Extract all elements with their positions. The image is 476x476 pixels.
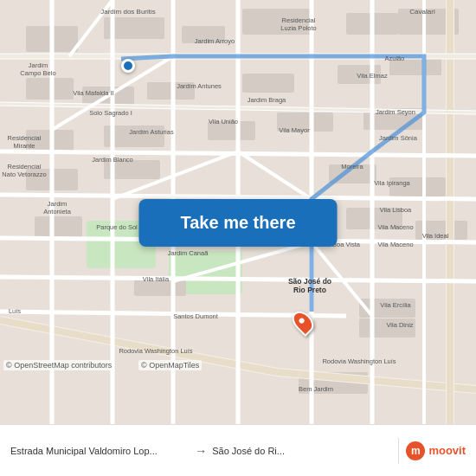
svg-text:Jardim Arroyo: Jardim Arroyo bbox=[195, 37, 235, 45]
svg-rect-12 bbox=[242, 74, 294, 93]
svg-text:Vila Ideal: Vila Ideal bbox=[422, 232, 449, 240]
svg-text:Jardim Antunes: Jardim Antunes bbox=[177, 82, 222, 90]
svg-text:Parque do Sol: Parque do Sol bbox=[96, 223, 138, 231]
take-me-there-button[interactable]: Take me there bbox=[138, 199, 337, 247]
svg-text:Luís: Luís bbox=[9, 307, 21, 315]
svg-text:Vila Mayor: Vila Mayor bbox=[279, 126, 310, 134]
svg-text:Vila Maceno: Vila Maceno bbox=[377, 241, 413, 248]
svg-rect-24 bbox=[35, 216, 82, 238]
svg-text:Vila Lisboa: Vila Lisboa bbox=[380, 206, 412, 214]
bar-divider bbox=[398, 438, 399, 464]
svg-text:Jardim: Jardim bbox=[29, 61, 48, 69]
svg-text:Vila União: Vila União bbox=[209, 118, 238, 125]
moovit-logo: m moovit bbox=[406, 441, 466, 460]
svg-text:Vila Itália: Vila Itália bbox=[143, 275, 170, 283]
svg-text:Vila Elmaz: Vila Elmaz bbox=[357, 72, 388, 80]
svg-text:Residencial: Residencial bbox=[8, 163, 42, 170]
svg-text:Azulão: Azulão bbox=[385, 55, 405, 62]
svg-text:Moreira: Moreira bbox=[341, 163, 363, 170]
svg-text:Bem Jardim: Bem Jardim bbox=[299, 385, 333, 393]
svg-text:Vila Mafalda II: Vila Mafalda II bbox=[73, 89, 113, 97]
svg-text:Residencial: Residencial bbox=[282, 16, 316, 24]
svg-text:São José do: São José do bbox=[288, 277, 331, 286]
attribution-openmaptiles: © OpenMapTiles bbox=[138, 360, 202, 370]
moovit-m-icon: m bbox=[406, 441, 425, 460]
svg-text:Antonieta: Antonieta bbox=[43, 208, 72, 215]
svg-text:Vila Ipiranga: Vila Ipiranga bbox=[374, 179, 410, 187]
route-arrow-icon: → bbox=[195, 444, 207, 458]
svg-text:Nato Vetorazzo: Nato Vetorazzo bbox=[2, 170, 46, 178]
bottom-bar: Estrada Municipal Valdomiro Lop... → São… bbox=[0, 424, 476, 476]
svg-text:Jardim Seyon: Jardim Seyon bbox=[376, 108, 415, 116]
svg-text:Rodovia Washington Luís: Rodovia Washington Luís bbox=[322, 357, 396, 365]
destination-label: São José do Ri... bbox=[212, 446, 385, 456]
svg-text:Vila Maceno: Vila Maceno bbox=[377, 223, 413, 231]
origin-marker bbox=[121, 59, 135, 73]
svg-text:Campo Belo: Campo Belo bbox=[20, 69, 55, 77]
svg-text:Jardim: Jardim bbox=[48, 200, 68, 208]
svg-text:Santos Dumont: Santos Dumont bbox=[173, 312, 219, 320]
svg-text:Jardim Braga: Jardim Braga bbox=[248, 96, 286, 104]
svg-text:Rodovia Washington Luís: Rodovia Washington Luís bbox=[119, 347, 192, 355]
svg-text:Jardim Asturias: Jardim Asturias bbox=[129, 128, 174, 136]
svg-text:Rio Preto: Rio Preto bbox=[293, 286, 326, 294]
map-container: Jardim dos Buritis Cavalari Residencial … bbox=[0, 0, 476, 424]
svg-text:Vila Ercília: Vila Ercília bbox=[380, 301, 411, 309]
moovit-text: moovit bbox=[428, 444, 466, 457]
svg-text:Cavalari: Cavalari bbox=[409, 8, 435, 16]
svg-text:Luzia Poloto: Luzia Poloto bbox=[280, 24, 316, 32]
svg-text:Jardim Sônia: Jardim Sônia bbox=[379, 134, 418, 142]
attribution-openstreetmap: © OpenStreetMap contributors bbox=[3, 360, 114, 370]
origin-label: Estrada Municipal Valdomiro Lop... bbox=[10, 446, 190, 456]
svg-text:Jardim dos Buritis: Jardim dos Buritis bbox=[100, 8, 156, 16]
svg-text:Jardim Canaã: Jardim Canaã bbox=[168, 249, 209, 257]
destination-marker bbox=[294, 310, 312, 334]
svg-text:Jardim Blanco: Jardim Blanco bbox=[92, 156, 133, 164]
svg-text:Residencial: Residencial bbox=[8, 134, 42, 142]
svg-text:Solo Sagrado I: Solo Sagrado I bbox=[89, 109, 132, 117]
svg-text:Vila Diniz: Vila Diniz bbox=[386, 321, 413, 329]
svg-text:Mirante: Mirante bbox=[13, 142, 35, 150]
